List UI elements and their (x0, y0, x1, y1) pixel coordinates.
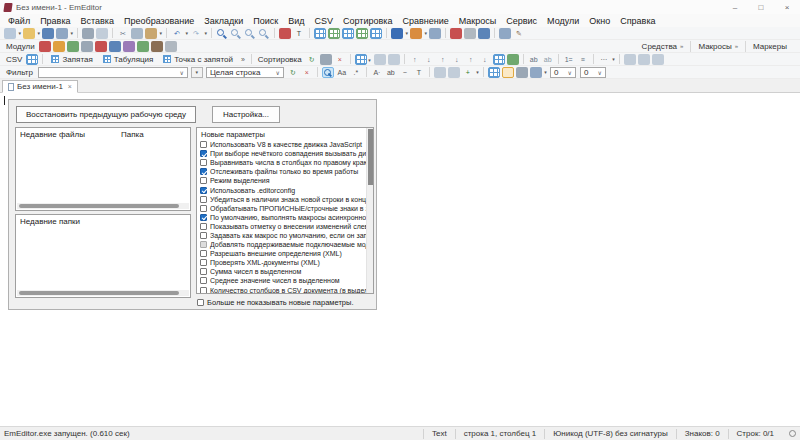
scrollbar-thumb[interactable] (19, 204, 179, 208)
sort-len-asc-icon[interactable]: ↑ (465, 54, 477, 65)
restore-workspace-button[interactable]: Восстановить предыдущую рабочую среду (16, 106, 196, 123)
toolbar-caption[interactable]: Маркеры (745, 41, 797, 52)
pivot-table-icon[interactable] (507, 54, 519, 65)
module-3-icon[interactable] (67, 41, 79, 52)
dsv-mode-icon[interactable] (342, 28, 354, 39)
filter-dropdown-button[interactable]: ▾ (191, 67, 203, 78)
module-6-icon[interactable] (109, 41, 121, 52)
option-row[interactable]: Добавлять поддерживаемые подключаемые мо… (197, 240, 367, 249)
paste-icon[interactable] (145, 28, 157, 39)
heading-columns-select[interactable]: 0∨ (580, 67, 606, 78)
csv-delimiter-button[interactable]: Точка с запятой (158, 53, 238, 65)
vertical-scrollbar[interactable] (366, 128, 373, 293)
scrollbar-thumb[interactable] (19, 291, 179, 295)
checkbox-icon[interactable] (200, 223, 207, 230)
module-10-icon[interactable] (165, 41, 177, 52)
delimiter-position-icon[interactable] (355, 54, 367, 65)
close-button[interactable]: × (774, 0, 800, 14)
checkbox-icon[interactable] (200, 277, 207, 284)
checkbox-icon[interactable] (200, 196, 207, 203)
option-row[interactable]: Использовать V8 в качестве движка JavaSc… (197, 140, 367, 149)
table-filter-icon[interactable] (488, 67, 500, 78)
option-row[interactable]: Среднее значение чисел в выделенном (197, 276, 367, 285)
csv-grid-icon[interactable] (26, 54, 38, 65)
doc-filter-2-icon[interactable] (448, 67, 460, 78)
pencil-icon[interactable]: ✎ (513, 28, 525, 39)
menu-item[interactable]: Модули (542, 16, 584, 26)
checkbox-icon[interactable] (200, 141, 207, 148)
text-mode-icon[interactable]: T (293, 28, 305, 39)
overflow-chevron-icon[interactable]: » (241, 56, 245, 63)
csv-delimiter-button[interactable]: Табуляция (98, 53, 159, 65)
checkbox-icon[interactable] (200, 150, 207, 157)
checkbox-icon[interactable] (200, 168, 207, 175)
dont-show-option[interactable]: Больше не показывать новые параметры. (197, 298, 374, 307)
redo-icon[interactable]: ↷ (190, 28, 202, 39)
menu-item[interactable]: Справка (615, 16, 660, 26)
bookmark-filter-icon[interactable] (502, 67, 514, 78)
flag-filter-icon[interactable] (530, 67, 542, 78)
checkbox-icon[interactable] (200, 214, 207, 221)
sort-options-icon[interactable] (320, 54, 332, 65)
menu-item[interactable]: Вид (283, 16, 309, 26)
module-9-icon[interactable] (151, 41, 163, 52)
cut-icon[interactable]: ✂ (117, 28, 129, 39)
bookmark-icon[interactable] (391, 28, 403, 39)
option-row[interactable]: Использовать .editorconfig (197, 185, 367, 194)
save-icon[interactable] (42, 28, 54, 39)
horizontal-scrollbar[interactable] (17, 290, 189, 296)
sort-asc-icon[interactable]: ↑ (409, 54, 421, 65)
word-wrap-icon[interactable]: ab (528, 54, 540, 65)
highlight-icon[interactable] (279, 28, 291, 39)
checkbox-icon[interactable] (197, 299, 204, 306)
checkbox-icon[interactable] (200, 268, 207, 275)
add-filter-icon[interactable]: + (462, 67, 474, 78)
narrowing-3-icon[interactable] (652, 54, 664, 65)
open-file-icon[interactable] (23, 28, 35, 39)
horizontal-scrollbar[interactable] (17, 203, 189, 209)
find-icon[interactable] (216, 28, 228, 39)
sort-desc-icon[interactable]: ↓ (423, 54, 435, 65)
option-row[interactable]: Разрешать внешние определения (XML) (197, 249, 367, 258)
recent-files-list[interactable]: Недавние файлы Папка (15, 127, 191, 211)
scrollbar-thumb[interactable] (368, 129, 373, 185)
toolbar-caption[interactable]: Макросы» (690, 41, 745, 52)
ruler-icon[interactable]: ≡ (577, 54, 589, 65)
regex-icon[interactable]: .* (350, 67, 362, 78)
option-row[interactable]: Обрабатывать ПРОПИСНЫЕ/строчные знаки в … (197, 204, 367, 213)
option-row[interactable]: Отслеживать файлы только во время работы (197, 167, 367, 176)
sort-refresh-icon[interactable]: ↻ (306, 54, 318, 65)
option-row[interactable]: Убедиться в наличии знака новой строки в… (197, 195, 367, 204)
module-8-icon[interactable] (137, 41, 149, 52)
cursor-position-icon[interactable] (516, 67, 528, 78)
menu-item[interactable]: Сравнение (397, 16, 453, 26)
module-2-icon[interactable] (53, 41, 65, 52)
option-row[interactable]: Количество столбцов в CSV документа (в в… (197, 286, 367, 295)
checkbox-icon[interactable] (200, 241, 207, 248)
filter-input[interactable]: ∨ (38, 67, 188, 78)
checkbox-icon[interactable] (200, 232, 207, 239)
filter-clear-icon[interactable]: × (301, 67, 313, 78)
new-options-list[interactable]: Новые параметры Использовать V8 в качест… (196, 127, 374, 294)
menu-item[interactable]: Поиск (248, 16, 283, 26)
menu-item[interactable]: Правка (35, 16, 75, 26)
checkbox-icon[interactable] (200, 177, 207, 184)
csv-delimiter-button[interactable]: Запятая (46, 53, 97, 65)
option-row[interactable]: Выравнивать числа в столбцах по правому … (197, 158, 367, 167)
copy-icon[interactable] (131, 28, 143, 39)
menu-item[interactable]: Закладки (199, 16, 248, 26)
replace-icon[interactable] (230, 28, 242, 39)
narrowing-1-icon[interactable] (624, 54, 636, 65)
filter-refresh-icon[interactable]: ↻ (287, 67, 299, 78)
match-case-icon[interactable]: Aa (336, 67, 348, 78)
minimize-button[interactable]: – (722, 0, 748, 14)
module-5-icon[interactable] (95, 41, 107, 52)
split-column-icon[interactable] (370, 28, 382, 39)
save-all-icon[interactable] (56, 28, 68, 39)
print-preview-icon[interactable] (96, 28, 108, 39)
sort-num-asc-icon[interactable]: ↑ (437, 54, 449, 65)
record-macro-icon[interactable] (450, 28, 462, 39)
checkbox-icon[interactable] (200, 287, 207, 294)
document-tab[interactable]: Без имени-1 × (2, 80, 78, 93)
checkbox-icon[interactable] (200, 159, 207, 166)
